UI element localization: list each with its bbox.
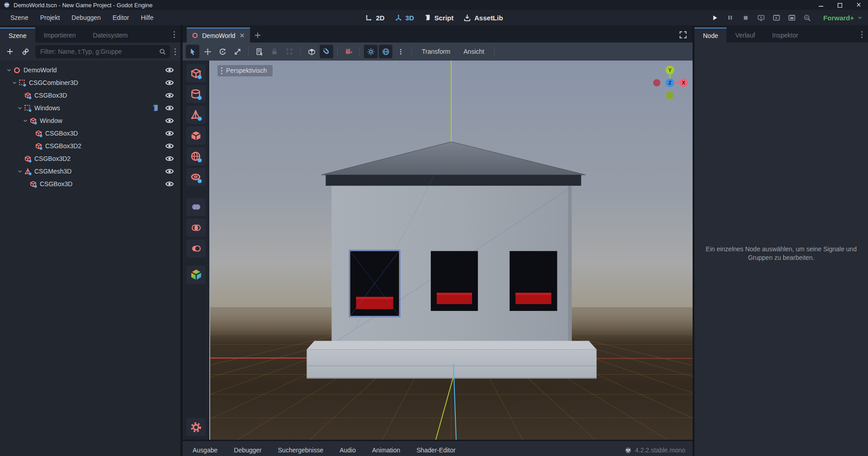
attached-script-icon[interactable] [151,104,160,112]
close-window-button[interactable] [856,2,862,8]
workspace-assetlib-button[interactable]: AssetLib [463,14,503,22]
csg-polygon-button[interactable] [186,127,206,145]
tab-node[interactable]: Node [694,28,726,42]
ansicht-menu[interactable]: Ansicht [458,48,490,55]
tree-row[interactable]: DemoWorld [0,64,180,76]
preview-sunlight-toggle[interactable] [364,45,377,58]
3d-viewport[interactable]: Y Z X Perspektivisch [209,61,693,440]
gizmo-neg-x[interactable] [653,79,660,86]
menu-szene[interactable]: Szene [5,12,33,23]
scene-filter-input[interactable] [35,45,170,58]
visibility-toggle[interactable] [165,179,174,188]
tree-row[interactable]: CSGBox3D [0,127,180,140]
tree-row[interactable]: CSGCombiner3D [0,76,180,89]
local-space-toggle[interactable] [305,45,318,58]
menu-projekt[interactable]: Projekt [35,12,65,23]
dock-options-menu[interactable] [861,31,863,38]
list-select-button[interactable] [253,45,266,58]
visibility-toggle[interactable] [165,78,174,87]
bottom-tab-audio[interactable]: Audio [340,447,356,454]
expander-icon[interactable] [23,118,29,123]
close-tab-icon[interactable] [239,33,245,38]
movie-maker-toggle[interactable] [802,13,812,23]
visibility-toggle[interactable] [165,167,174,176]
csg-box-button[interactable] [186,64,206,82]
tab-verlauf[interactable]: Verlauf [726,28,764,42]
movie-folder-button[interactable] [786,13,797,23]
remote-debug-button[interactable] [755,13,766,23]
expander-icon[interactable] [6,67,13,73]
camera-preview-button[interactable] [342,45,355,58]
expander-icon[interactable] [17,169,24,174]
chevron-down-icon [857,15,863,20]
bottom-tab-debugger[interactable]: Debugger [234,447,262,454]
bottom-tab-ausgabe[interactable]: Ausgabe [193,447,217,454]
move-tool-button[interactable] [201,45,214,58]
expander-icon[interactable] [17,105,24,111]
visibility-toggle[interactable] [165,66,174,75]
transform-menu[interactable]: Transform [416,48,456,55]
workspace-script-button[interactable]: Script [424,14,454,22]
csg-mesh-button[interactable] [186,106,206,124]
distraction-free-mode-button[interactable] [679,31,687,39]
tab-dateisystem[interactable]: Dateisystem [85,28,137,42]
bottom-tab-animation[interactable]: Animation [372,447,400,454]
scene-tree-options-menu[interactable] [175,48,176,55]
visibility-toggle[interactable] [165,116,174,125]
gridmap-button[interactable] [186,266,206,284]
maximize-button[interactable] [837,2,842,8]
tab-importieren[interactable]: Importieren [35,28,85,42]
visibility-toggle[interactable] [165,129,174,138]
viewport-canvas[interactable]: Y Z X [210,61,693,440]
lock-button[interactable] [268,45,281,58]
select-tool-button[interactable] [186,45,199,58]
pause-button[interactable] [725,13,736,23]
preview-environment-toggle[interactable] [379,45,392,58]
tab-szene[interactable]: Szene [0,28,35,42]
perspective-menu-button[interactable]: Perspektivisch [217,65,273,76]
tab-inspektor[interactable]: Inspektor [764,28,807,42]
csg-intersection-button[interactable] [186,219,206,237]
visibility-toggle[interactable] [165,141,174,150]
run-movie-scene-button[interactable] [771,13,782,23]
visibility-toggle[interactable] [165,154,174,163]
tree-row[interactable]: CSGBox3D2 [0,140,180,152]
menu-editor[interactable]: Editor [108,12,134,23]
stop-button[interactable] [740,13,751,23]
visibility-toggle[interactable] [165,103,174,113]
play-button[interactable] [709,13,720,23]
scale-tool-button[interactable] [231,45,244,58]
add-node-button[interactable] [5,46,15,57]
tree-row[interactable]: CSGBox3D [0,178,180,190]
tree-row[interactable]: Window [0,114,180,127]
snap-toggle[interactable] [320,45,333,58]
csg-union-button[interactable] [186,198,206,216]
rotate-tool-button[interactable] [216,45,229,58]
tree-row[interactable]: CSGBox3D2 [0,152,180,165]
dock-options-menu[interactable] [174,31,175,38]
tree-row[interactable]: Windows [0,102,180,114]
csg-sphere-button[interactable] [186,147,206,165]
minimize-button[interactable] [818,2,823,8]
expander-icon[interactable] [12,80,19,85]
tree-row[interactable]: CSGBox3D [0,89,180,102]
csg-settings-button[interactable] [186,418,206,436]
bottom-tab-shader-editor[interactable]: Shader-Editor [416,447,455,454]
visibility-toggle[interactable] [165,91,174,100]
gizmo-neg-y[interactable] [666,92,674,99]
group-button[interactable] [283,45,296,58]
scene-tab-demoworld[interactable]: DemoWorld [187,28,250,42]
renderer-selector[interactable]: Forward+ [823,14,863,22]
menu-hilfe[interactable]: Hilfe [136,12,158,23]
workspace-2d-button[interactable]: 2D [365,14,384,22]
menu-debuggen[interactable]: Debuggen [66,12,106,23]
tree-row[interactable]: CSGMesh3D [0,165,180,178]
workspace-3d-button[interactable]: 3D [395,14,414,22]
csg-subtraction-button[interactable] [186,240,206,258]
csg-torus-button[interactable] [186,168,206,186]
extra-options-menu[interactable] [394,45,407,58]
csg-cylinder-button[interactable] [186,85,206,103]
new-scene-tab-button[interactable] [250,28,265,42]
bottom-tab-suchergebnisse[interactable]: Suchergebnisse [278,447,323,454]
instance-scene-button[interactable] [20,46,31,57]
